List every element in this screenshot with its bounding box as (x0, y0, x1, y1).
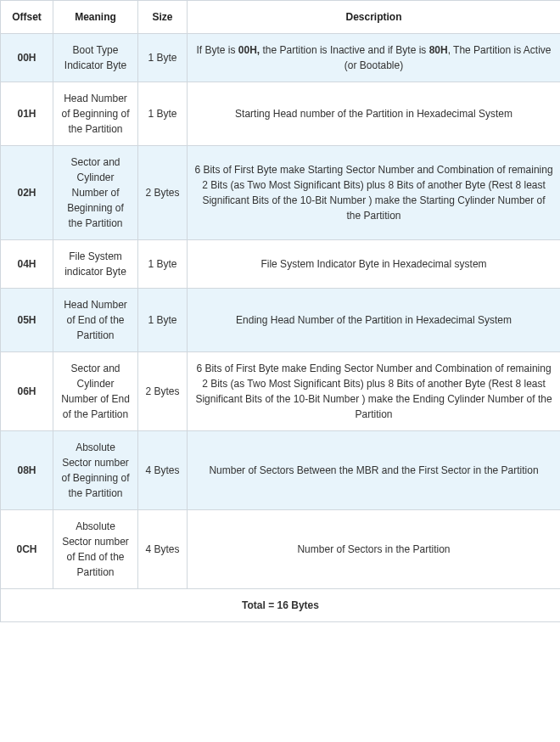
col-description: Description (188, 1, 561, 34)
cell-meaning: File System indicator Byte (53, 240, 138, 289)
cell-offset: 0CH (1, 510, 53, 589)
cell-offset: 02H (1, 146, 53, 240)
cell-meaning: Head Number of Beginning of the Partitio… (53, 82, 138, 146)
description-text: Number of Sectors in the Partition (297, 543, 450, 555)
cell-description: Ending Head Number of the Partition in H… (188, 289, 561, 352)
description-text: 80H (429, 44, 448, 56)
table-footer-total: Total = 16 Bytes (1, 589, 561, 622)
table-row: 05HHead Number of End of the Partition1 … (1, 289, 561, 352)
cell-offset: 06H (1, 352, 53, 431)
col-offset: Offset (1, 1, 53, 34)
cell-meaning: Head Number of End of the Partition (53, 289, 138, 352)
cell-offset: 08H (1, 431, 53, 510)
table-row: 04HFile System indicator Byte1 ByteFile … (1, 240, 561, 289)
description-text: 00H, (238, 44, 260, 56)
cell-description: If Byte is 00H, the Partition is Inactiv… (188, 34, 561, 82)
cell-size: 1 Byte (138, 82, 188, 146)
table-footer-row: Total = 16 Bytes (1, 589, 561, 622)
cell-description: File System Indicator Byte in Hexadecima… (188, 240, 561, 289)
partition-entry-table: Offset Meaning Size Description 00HBoot … (0, 0, 560, 622)
table-row: 01HHead Number of Beginning of the Parti… (1, 82, 561, 146)
cell-description: 6 Bits of First Byte make Ending Sector … (188, 352, 561, 431)
cell-meaning: Sector and Cylinder Number of End of the… (53, 352, 138, 431)
description-text: the Partition is Inactive and if Byte is (260, 44, 428, 56)
cell-offset: 05H (1, 289, 53, 352)
cell-size: 2 Bytes (138, 352, 188, 431)
cell-offset: 04H (1, 240, 53, 289)
col-size: Size (138, 1, 188, 34)
table-row: 06HSector and Cylinder Number of End of … (1, 352, 561, 431)
col-meaning: Meaning (53, 1, 138, 34)
table-row: 00HBoot Type Indicator Byte1 ByteIf Byte… (1, 34, 561, 82)
cell-size: 4 Bytes (138, 510, 188, 589)
cell-offset: 00H (1, 34, 53, 82)
cell-description: Number of Sectors in the Partition (188, 510, 561, 589)
description-text: 6 Bits of First Byte make Ending Sector … (195, 363, 552, 420)
table-row: 02HSector and Cylinder Number of Beginni… (1, 146, 561, 240)
description-text: Starting Head number of the Partition in… (235, 108, 512, 120)
table-body: 00HBoot Type Indicator Byte1 ByteIf Byte… (1, 34, 561, 589)
table-row: 08HAbsolute Sector number of Beginning o… (1, 431, 561, 510)
cell-size: 1 Byte (138, 289, 188, 352)
cell-size: 4 Bytes (138, 431, 188, 510)
description-text: 6 Bits of First Byte make Starting Secto… (194, 164, 552, 222)
cell-size: 1 Byte (138, 34, 188, 82)
cell-offset: 01H (1, 82, 53, 146)
cell-meaning: Absolute Sector number of End of the Par… (53, 510, 138, 589)
cell-size: 1 Byte (138, 240, 188, 289)
cell-meaning: Absolute Sector number of Beginning of t… (53, 431, 138, 510)
table-row: 0CHAbsolute Sector number of End of the … (1, 510, 561, 589)
description-text: Number of Sectors Between the MBR and th… (209, 464, 538, 476)
description-text: Ending Head Number of the Partition in H… (236, 314, 512, 326)
description-text: If Byte is (196, 44, 238, 56)
cell-description: Number of Sectors Between the MBR and th… (188, 431, 561, 510)
cell-meaning: Sector and Cylinder Number of Beginning … (53, 146, 138, 240)
cell-description: 6 Bits of First Byte make Starting Secto… (188, 146, 561, 240)
cell-size: 2 Bytes (138, 146, 188, 240)
description-text: File System Indicator Byte in Hexadecima… (260, 258, 486, 270)
cell-meaning: Boot Type Indicator Byte (53, 34, 138, 82)
table-header: Offset Meaning Size Description (1, 1, 561, 34)
cell-description: Starting Head number of the Partition in… (188, 82, 561, 146)
